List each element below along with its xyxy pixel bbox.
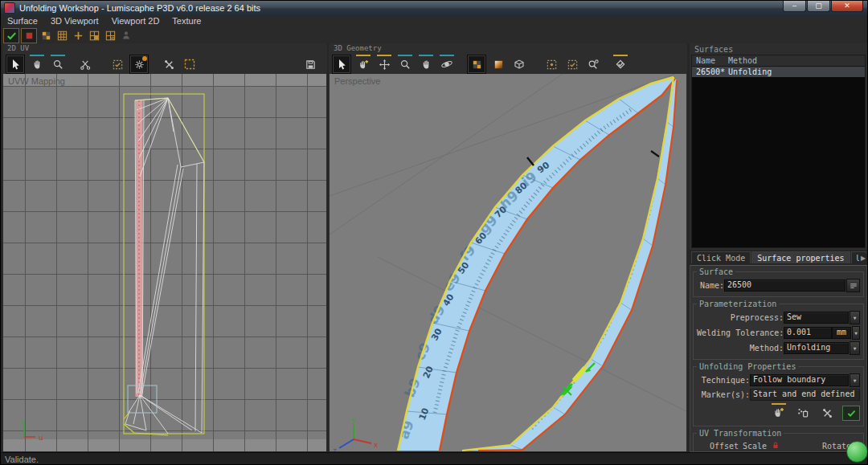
grid-save-icon[interactable] [87,29,101,43]
preprocess-label: Preprocess: [697,313,784,322]
pick-hand-plus-icon[interactable] [354,55,372,73]
menu-texture[interactable]: Texture [166,15,207,27]
method-label: Method: [697,344,784,353]
welding-unit-dropdown-icon[interactable]: ▼ [852,326,860,340]
status-bar: Validate. [1,452,867,465]
surfaces-table-header: Name Method [692,55,865,67]
zoom-icon[interactable] [396,55,414,73]
name-edit-button[interactable] [846,279,860,292]
select-cursor-icon[interactable] [6,55,25,74]
crosshair-icon[interactable] [71,29,85,43]
title-bar[interactable]: Unfolding Workshop - Lumiscaphe P3D v6.0… [1,1,867,15]
pan-hand-icon[interactable] [417,55,435,73]
swap-marker-tools-icon[interactable] [818,404,836,422]
tab-click-mode[interactable]: Click Mode [691,251,751,263]
green-badge-icon[interactable] [846,441,868,463]
marker-dot-icon[interactable] [542,55,560,73]
cube-icon[interactable] [510,55,528,73]
column-method: Method [727,55,865,66]
checker-icon[interactable] [39,29,53,43]
column-name: Name [692,55,727,66]
surfaces-title: Surfaces [690,43,867,55]
welding-tolerance-input[interactable]: 0.001 [784,327,832,339]
add-marker-hand-icon[interactable] [770,404,788,422]
uv-transformation-title: UV Transformation [697,429,784,438]
status-text: Validate. [5,455,39,464]
menu-viewport-2d[interactable]: Viewport 2D [105,15,166,27]
user-icon [119,29,133,43]
technique-select[interactable]: Follow boundary [750,374,849,386]
geometry-toolbar [329,54,687,75]
pan-hand-icon[interactable] [28,55,46,73]
uv-cut-icon[interactable] [76,55,94,73]
uv-axis-gizmo: v u [21,418,43,442]
parameterization-title: Parameterization [697,300,779,308]
method-dropdown-icon[interactable]: ▼ [850,341,860,355]
technique-dropdown-icon[interactable]: ▼ [850,373,860,387]
grid-10-icon[interactable] [103,29,117,43]
name-label: Name: [697,281,724,290]
tab-scroll-right-icon[interactable]: ▶ [859,253,867,263]
marker-status: Start and end defined [750,389,860,401]
uv-viewport[interactable]: UVW Mapping [3,74,326,451]
preprocess-select[interactable]: Sew [784,312,849,324]
marker-check-icon[interactable] [563,55,581,73]
panel-surfaces: Surfaces Name Method 26500* Unfolding [690,43,867,250]
welding-unit-select[interactable]: mm [832,327,851,339]
surface-group: Surface Name: 26500 [693,267,864,297]
table-row[interactable]: 26500* Unfolding [692,67,865,77]
maximize-button[interactable]: ▢ [807,1,830,12]
surface-group-title: Surface [697,267,735,276]
parameterization-group: Parameterization Preprocess: Sew ▼ Weldi… [693,300,864,360]
menu-3d-viewport[interactable]: 3D Viewport [44,15,105,27]
svg-text:x: x [374,441,379,449]
menu-bar: Surface 3D Viewport Viewport 2D Texture [1,15,867,27]
perspective-viewport[interactable]: Perspective [330,74,686,451]
tab-surface-properties[interactable]: Surface properties [751,251,850,263]
validate-diamond-icon[interactable] [612,55,629,73]
gradient-icon[interactable] [489,55,507,73]
technique-label: Technique: [697,376,750,385]
uv-tools-icon[interactable] [160,55,178,73]
confirm-check-icon[interactable] [842,406,860,421]
unfolding-properties-title: Unfolding Properties [697,362,798,371]
panel-3d-geometry: 3D Geometry Perspective [329,43,687,452]
surfaces-table: Name Method 26500* Unfolding [691,55,866,248]
stop-icon[interactable] [21,28,37,43]
checker-texture-icon[interactable] [467,55,486,74]
scale-lock-icon[interactable] [771,440,782,452]
close-button[interactable]: ✕ [831,1,863,12]
surface-properties-body: Surface Name: 26500 Parameterization Pre… [690,265,867,452]
panel-3d-title: 3D Geometry [329,43,687,54]
panel-properties: Click Mode Surface properties User text … [690,251,867,452]
method-select[interactable]: Unfolding [784,342,849,354]
zoom-gear-icon[interactable] [584,55,602,73]
uv-gear-icon[interactable] [129,55,149,74]
surface-name-input[interactable]: 26500 [724,279,845,292]
scale-header: Scale [739,442,771,451]
select-cursor-icon[interactable] [332,55,351,74]
properties-tabbar: Click Mode Surface properties User text … [690,251,867,265]
minimize-button[interactable]: – [783,1,806,12]
delete-marker-icon[interactable] [794,404,812,422]
offset-header: Offset [710,442,739,451]
svg-text:z: z [333,447,337,451]
validate-check-icon[interactable] [3,28,19,43]
zoom-icon[interactable] [49,55,67,73]
unfolding-properties-group: Unfolding Properties Technique: Follow b… [693,362,864,426]
orbit-icon[interactable] [438,55,456,73]
marquee-icon[interactable] [181,55,199,73]
grid-icon[interactable] [55,29,69,43]
world-axis-gizmo: y x z [333,416,379,451]
svg-text:y: y [351,416,356,424]
uv-check-icon[interactable] [108,55,126,73]
menu-surface[interactable]: Surface [1,15,44,27]
preprocess-dropdown-icon[interactable]: ▼ [850,311,860,324]
save-disk-icon[interactable] [301,55,319,73]
perspective-label: Perspective [334,76,380,86]
move-icon[interactable] [375,55,393,73]
leaf-surface: 102030405060708090 a9b9c9d9e9f9g9h9i9 [330,74,686,451]
window-title: Unfolding Workshop - Lumiscaphe P3D v6.0… [19,3,260,13]
welding-tolerance-label: Welding Tolerance: [697,328,784,337]
uv-mesh: v u [3,74,326,451]
